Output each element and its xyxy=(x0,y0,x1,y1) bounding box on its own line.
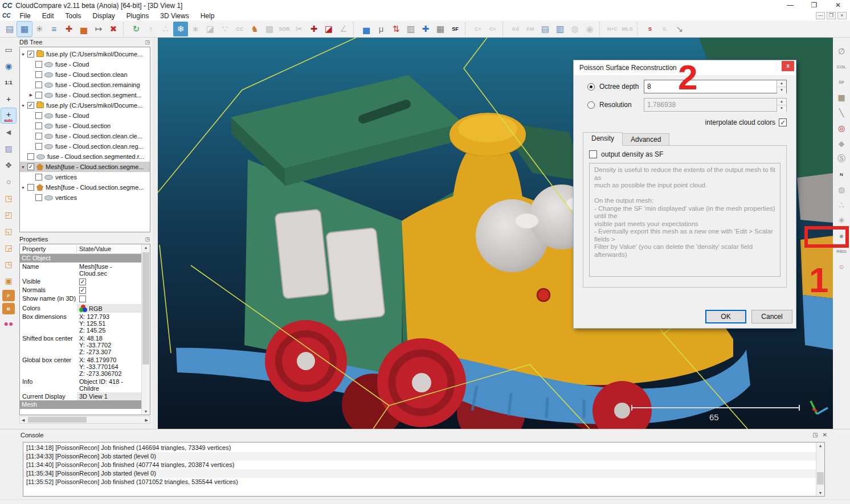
color-scale-icon[interactable]: ▅ xyxy=(76,22,91,36)
sf-interactive-icon[interactable]: Ⓢ xyxy=(835,153,848,165)
tab-advanced[interactable]: Advanced xyxy=(623,133,669,146)
property-value[interactable]: 3D View 1 xyxy=(77,392,141,400)
tree-item-checkbox[interactable] xyxy=(35,71,42,78)
pcv-shading-icon[interactable]: S xyxy=(643,22,657,36)
compute-octree-icon[interactable]: ❄ xyxy=(173,22,188,36)
menu-edit[interactable]: Edit xyxy=(36,12,60,20)
pan-mode-icon[interactable]: ❖ xyxy=(1,158,16,173)
tree-item[interactable]: vertices xyxy=(20,192,150,203)
tree-item-checkbox[interactable] xyxy=(27,153,34,160)
restore-button[interactable]: ❐ xyxy=(802,0,826,11)
mdi-close-button[interactable]: × xyxy=(837,12,847,19)
set-pivot-icon[interactable]: + xyxy=(1,92,16,106)
tree-item[interactable]: ▼Mesh[fuse - Cloud.section.segme... xyxy=(20,182,150,192)
spin-down-icon[interactable]: ▼ xyxy=(777,87,786,93)
export-report-icon[interactable]: ▤ xyxy=(538,22,553,36)
cross-section-icon[interactable]: ◪ xyxy=(321,22,336,36)
tree-item-checkbox[interactable]: ✓ xyxy=(27,102,34,109)
disable-interactors-icon[interactable]: ∅ xyxy=(835,46,848,57)
cancel-button[interactable]: Cancel xyxy=(751,310,792,323)
view-iso-front-icon[interactable]: F xyxy=(2,290,15,301)
mdi-restore-button[interactable]: ❐ xyxy=(827,12,836,19)
clone-icon[interactable]: ✳ xyxy=(32,22,47,36)
tree-item[interactable]: ▼✓fuse.ply (C:/Users/mikol/Docume... xyxy=(20,49,150,59)
clean-broom-icon[interactable]: ╲ xyxy=(835,107,848,118)
tree-item[interactable]: fuse - Cloud.section.clean xyxy=(20,69,150,80)
resolution-radio[interactable] xyxy=(587,101,595,109)
csf-filter-icon[interactable]: ♞ xyxy=(247,22,262,36)
tree-item-checkbox[interactable]: ✓ xyxy=(27,163,34,170)
scroll-down-icon[interactable]: ▼ xyxy=(816,491,824,495)
menu-help[interactable]: Help xyxy=(195,12,220,20)
view-top-icon[interactable]: ◳ xyxy=(1,191,16,206)
tree-item[interactable]: ▼✓Mesh[fuse - Cloud.section.segme... xyxy=(20,162,150,172)
tree-item[interactable]: vertices xyxy=(20,172,150,182)
property-checkbox[interactable] xyxy=(79,296,86,302)
export-info-icon[interactable]: ▥ xyxy=(553,22,567,36)
auto-pick-pivot-icon[interactable]: +auto xyxy=(1,108,16,123)
float-panel-icon[interactable]: ◳ xyxy=(812,432,818,438)
tree-item-checkbox[interactable] xyxy=(35,112,42,119)
scroll-up-icon[interactable]: ▲ xyxy=(816,444,824,448)
tree-item[interactable]: fuse - Cloud xyxy=(20,59,150,69)
sf-min-max-icon[interactable]: ⇅ xyxy=(389,22,403,36)
close-panel-icon[interactable]: ✕ xyxy=(823,432,827,438)
tree-expander-icon[interactable]: ▼ xyxy=(20,52,26,56)
tree-item[interactable]: fuse - Cloud.section.remaining xyxy=(20,80,150,90)
menu-tools[interactable]: Tools xyxy=(59,12,87,20)
ok-button[interactable]: OK xyxy=(705,310,746,323)
view-right-icon[interactable]: ◳ xyxy=(1,257,16,272)
fine-registration-icon[interactable]: ↻ xyxy=(129,22,144,36)
export-coords-icon[interactable]: ↘ xyxy=(672,22,687,36)
tree-item-checkbox[interactable]: ✓ xyxy=(27,51,34,58)
view-front-icon[interactable]: ◰ xyxy=(1,207,16,222)
property-checkbox[interactable]: ✓ xyxy=(79,287,86,294)
trace-polyline-icon[interactable]: ○ xyxy=(835,261,848,272)
tree-item-checkbox[interactable] xyxy=(35,122,42,129)
tree-item-checkbox[interactable] xyxy=(35,194,42,201)
interpolate-colors-checkbox[interactable]: ✓ xyxy=(779,118,787,126)
open-file-icon[interactable]: ▤ xyxy=(2,22,17,36)
stereo-mode-icon[interactable]: ●● xyxy=(1,316,16,331)
tree-expander-icon[interactable]: ▼ xyxy=(20,186,26,190)
sf-ramp-icon[interactable]: SF xyxy=(835,76,848,88)
save-icon[interactable]: ▦ xyxy=(17,22,32,36)
shield-icon[interactable]: ◆ xyxy=(835,138,848,149)
tree-item-checkbox[interactable] xyxy=(35,61,42,68)
tree-item[interactable]: fuse - Cloud.section.clean.reg... xyxy=(20,141,150,151)
menu-display[interactable]: Display xyxy=(87,12,121,20)
apply-transformation-icon[interactable]: ↦ xyxy=(91,22,106,36)
tree-item-checkbox[interactable] xyxy=(27,184,34,191)
hpr-filter-icon[interactable]: ◍ xyxy=(835,184,848,195)
animation-icon[interactable]: ▦ xyxy=(835,92,848,103)
delete-icon[interactable]: ✖ xyxy=(106,22,121,36)
scroll-thumb[interactable] xyxy=(817,472,824,485)
octree-depth-input[interactable] xyxy=(644,80,777,93)
translate-rotate-icon[interactable]: ✚ xyxy=(307,22,321,36)
tree-item[interactable]: fuse - Cloud.section.segmented.r... xyxy=(20,151,150,162)
colors-ramp-icon[interactable]: COL xyxy=(835,61,848,72)
sf-delete-icon[interactable]: ▥ xyxy=(403,22,418,36)
sf-histogram-icon[interactable]: ▅ xyxy=(359,22,374,36)
tree-expander-icon[interactable]: ▼ xyxy=(20,165,26,169)
tree-item[interactable]: ▼✓fuse.ply (C:/Users/mikol/Docume... xyxy=(20,100,150,110)
octree-depth-spinbox[interactable]: ▲▼ xyxy=(644,80,787,93)
mdi-minimize-button[interactable]: — xyxy=(816,12,825,19)
sf-color-scale-icon[interactable]: SF xyxy=(448,22,463,36)
close-button[interactable]: ✕ xyxy=(826,0,850,11)
properties-horizontal-scrollbar[interactable]: ◀ ▶ xyxy=(19,416,150,424)
property-checkbox[interactable]: ✓ xyxy=(79,278,86,285)
minimize-button[interactable]: — xyxy=(778,0,802,11)
add-point-cloud-icon[interactable]: ✚ xyxy=(62,22,76,36)
properties-list-icon[interactable]: ≡ xyxy=(47,22,62,36)
pivot-visibility-icon[interactable]: ◄ xyxy=(1,125,16,140)
tree-item-checkbox[interactable] xyxy=(35,92,42,99)
normals-tool-icon[interactable]: N xyxy=(835,169,848,180)
output-density-checkbox[interactable] xyxy=(589,150,597,158)
display-options-icon[interactable]: ▭ xyxy=(1,42,16,57)
tree-item[interactable]: fuse - Cloud.section xyxy=(20,121,150,131)
menu-3d-views[interactable]: 3D Views xyxy=(154,12,194,20)
m3c2-icon[interactable]: ∴ xyxy=(835,199,848,211)
compass-icon[interactable]: ◎ xyxy=(835,122,848,134)
menu-file[interactable]: File xyxy=(14,12,36,20)
